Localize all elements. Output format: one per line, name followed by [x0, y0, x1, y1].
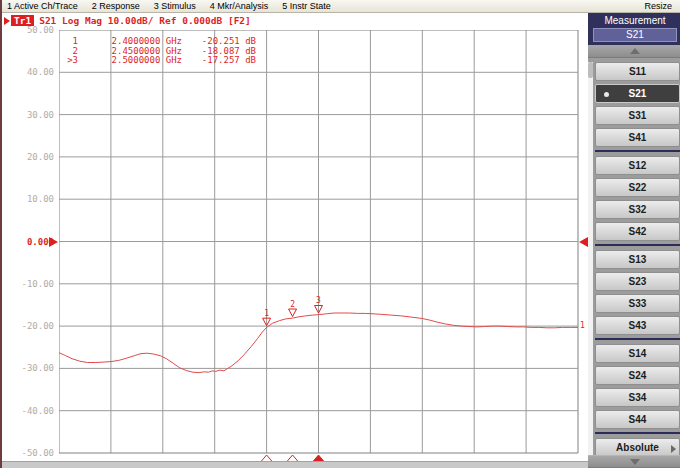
softkey-button-label: S11 [629, 66, 646, 77]
y-axis-tick-label: -30.00 [8, 363, 54, 373]
menu-item-active-ch-trace[interactable]: 1 Active Ch/Trace [7, 1, 78, 11]
softkey-button-label: S22 [629, 182, 647, 193]
softkey-button-label: S44 [629, 414, 647, 425]
softkey-button-label: S43 [629, 320, 647, 331]
y-axis-tick-label: 40.00 [8, 67, 54, 77]
softkey-button-label: S31 [629, 110, 647, 121]
menu-bar: 1 Active Ch/Trace 2 Response 3 Stimulus … [2, 0, 680, 13]
y-axis-tick-label: 0.000 [8, 237, 54, 247]
bottom-status-strip [2, 461, 588, 468]
menu-item-response[interactable]: 2 Response [92, 1, 140, 11]
marker-table-cell: -17.257 dB [182, 56, 256, 66]
softkey-scrollbar[interactable] [588, 62, 593, 455]
softkey-button-s32[interactable]: S32 [595, 200, 680, 219]
y-axis-tick-label: 10.00 [8, 194, 54, 204]
softkey-group-separator [595, 338, 680, 340]
marker-2-number: 2 [290, 300, 295, 309]
softkey-button-s14[interactable]: S14 [595, 344, 680, 363]
softkey-group-separator [595, 244, 680, 246]
softkey-menu-header: Measurement S21 [588, 13, 680, 45]
softkey-group-separator [595, 150, 680, 152]
marker-table-row: >32.5000000 GHz-17.257 dB [62, 56, 256, 66]
softkey-button-label: S33 [629, 298, 647, 309]
softkey-selected-value: S21 [593, 28, 677, 42]
marker-table-cell: 2.5000000 GHz [78, 56, 182, 66]
softkey-button-s24[interactable]: S24 [595, 366, 680, 385]
softkey-button-label: S12 [629, 160, 647, 171]
softkey-menu: Measurement S21 S11S21S31S41S12S22S32S42… [588, 13, 680, 468]
softkey-group-separator [595, 432, 680, 434]
scroll-up-button[interactable] [588, 45, 680, 58]
softkey-button-s22[interactable]: S22 [595, 178, 680, 197]
y-axis-tick-label: -50.00 [8, 448, 54, 458]
softkey-button-label: S14 [629, 348, 647, 359]
submenu-chevron-icon [671, 445, 676, 453]
softkey-button-s11[interactable]: S11 [595, 62, 680, 81]
softkey-button-label: S41 [629, 132, 647, 143]
y-axis-tick-label: -10.00 [8, 279, 54, 289]
softkey-button-label: S24 [629, 370, 647, 381]
softkey-button-label: S34 [629, 392, 647, 403]
down-arrow-icon [630, 459, 640, 465]
softkey-button-label: Absolute [616, 442, 659, 453]
softkey-button-list: S11S21S31S41S12S22S32S42S13S23S33S43S14S… [595, 62, 680, 460]
scrollbar-thumb[interactable] [588, 62, 593, 78]
softkey-button-s21[interactable]: S21 [595, 84, 680, 103]
reference-level-left-icon[interactable] [49, 237, 58, 247]
softkey-button-s34[interactable]: S34 [595, 388, 680, 407]
y-axis-tick-label: 30.00 [8, 110, 54, 120]
softkey-button-label: S21 [629, 88, 647, 99]
scroll-down-button[interactable] [588, 455, 680, 468]
y-axis-tick-label: -40.00 [8, 406, 54, 416]
softkey-button-s41[interactable]: S41 [595, 128, 680, 147]
softkey-button-s42[interactable]: S42 [595, 222, 680, 241]
softkey-button-s43[interactable]: S43 [595, 316, 680, 335]
menu-item-mkr-analysis[interactable]: 4 Mkr/Analysis [210, 1, 269, 11]
marker-readout-table: 12.4000000 GHz-20.251 dB22.4500000 GHz-1… [62, 37, 256, 66]
menu-item-instr-state[interactable]: 5 Instr State [282, 1, 331, 11]
selected-radio-icon [604, 92, 609, 97]
softkey-button-label: S42 [629, 226, 647, 237]
softkey-button-s23[interactable]: S23 [595, 272, 680, 291]
trace-format-text: S21 Log Mag 10.00dB/ Ref 0.000dB [F2] [39, 15, 251, 26]
softkey-button-s12[interactable]: S12 [595, 156, 680, 175]
marker-2-symbol[interactable] [289, 309, 297, 317]
softkey-button-label: S32 [629, 204, 647, 215]
softkey-menu-title: Measurement [590, 15, 680, 26]
y-axis-tick-label: 20.00 [8, 152, 54, 162]
menu-item-stimulus[interactable]: 3 Stimulus [154, 1, 196, 11]
softkey-button-s33[interactable]: S33 [595, 294, 680, 313]
active-trace-arrow-icon [4, 17, 10, 25]
graticule-plot-area: 123 [59, 30, 587, 464]
softkey-button-label: S23 [629, 276, 647, 287]
vna-application-window: 1 Active Ch/Trace 2 Response 3 Stimulus … [0, 0, 680, 468]
marker-3-number: 3 [316, 296, 321, 305]
softkey-button-s13[interactable]: S13 [595, 250, 680, 269]
y-axis-tick-label: -20.00 [8, 321, 54, 331]
softkey-button-s44[interactable]: S44 [595, 410, 680, 429]
softkey-button-label: S13 [629, 254, 647, 265]
marker-table-cell: >3 [62, 56, 78, 66]
resize-button[interactable]: Resize [644, 1, 672, 11]
up-arrow-icon [630, 48, 640, 54]
y-axis-tick-label: 50.00 [8, 25, 54, 35]
trace-number-label: 1 [580, 321, 585, 330]
marker-1-number: 1 [264, 309, 269, 318]
softkey-button-s31[interactable]: S31 [595, 106, 680, 125]
